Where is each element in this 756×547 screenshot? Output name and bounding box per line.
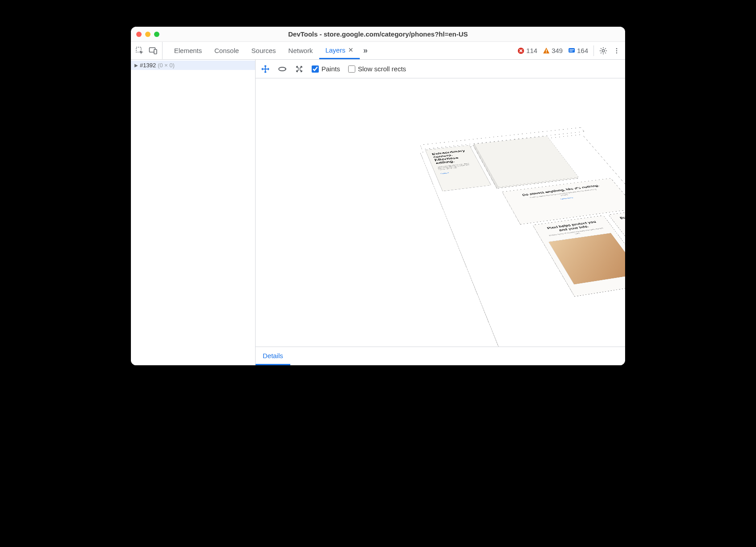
window-close-button[interactable] xyxy=(136,32,142,37)
info-icon xyxy=(568,47,575,54)
layers-main: Paints Slow scroll rects Extraordinary c… xyxy=(256,60,625,365)
pan-mode-icon[interactable] xyxy=(261,65,270,73)
layers-controls: Paints Slow scroll rects xyxy=(256,60,625,78)
window-titlebar: DevTools - store.google.com/category/pho… xyxy=(131,27,625,42)
svg-rect-6 xyxy=(569,48,575,53)
rotate-mode-icon[interactable] xyxy=(278,65,287,73)
slow-scroll-label: Slow scroll rects xyxy=(358,65,406,73)
tab-sources[interactable]: Sources xyxy=(245,42,282,59)
layers-3d-viewport[interactable]: Extraordinary camera. Effortless editing… xyxy=(256,78,625,347)
svg-point-13 xyxy=(279,67,286,71)
info-count-value: 164 xyxy=(577,47,588,54)
svg-point-11 xyxy=(616,50,618,51)
svg-point-10 xyxy=(616,48,618,49)
devtools-window: DevTools - store.google.com/category/pho… xyxy=(131,27,625,365)
svg-rect-5 xyxy=(546,52,547,53)
tab-label: Sources xyxy=(252,47,276,54)
paints-checkbox-input[interactable] xyxy=(312,65,319,73)
traffic-lights xyxy=(136,32,159,37)
layer-tree-item[interactable]: ▶ #1392 (0 × 0) xyxy=(131,61,255,70)
panel-tabs: Elements Console Sources Network Layers … xyxy=(168,42,371,59)
panel-body: ▶ #1392 (0 × 0) xyxy=(131,60,625,365)
tab-network[interactable]: Network xyxy=(282,42,319,59)
svg-rect-2 xyxy=(154,49,157,54)
info-count[interactable]: 164 xyxy=(568,47,588,54)
settings-icon[interactable] xyxy=(599,47,607,55)
inspect-element-icon[interactable] xyxy=(135,46,144,55)
slow-scroll-checkbox-input[interactable] xyxy=(348,65,355,73)
tab-label: Layers xyxy=(325,46,345,54)
warning-count-value: 349 xyxy=(552,47,563,54)
warning-icon xyxy=(543,47,550,54)
error-count-value: 114 xyxy=(526,47,537,54)
toolbar-separator xyxy=(593,45,594,56)
warning-count[interactable]: 349 xyxy=(543,47,563,54)
layers-tree[interactable]: ▶ #1392 (0 × 0) xyxy=(131,60,256,365)
svg-rect-7 xyxy=(569,49,574,50)
more-tabs-button[interactable]: » xyxy=(360,42,371,59)
layer-dims: (0 × 0) xyxy=(158,62,175,69)
svg-point-9 xyxy=(602,49,604,52)
svg-point-12 xyxy=(616,52,618,53)
window-minimize-button[interactable] xyxy=(145,32,150,37)
reset-view-icon[interactable] xyxy=(295,65,304,73)
layer-details-bar: Details xyxy=(256,347,625,365)
device-toolbar-icon[interactable] xyxy=(149,46,158,55)
layer-id: #1392 xyxy=(140,62,156,69)
tab-label: Elements xyxy=(174,47,202,54)
details-tab-label: Details xyxy=(263,352,283,359)
svg-rect-4 xyxy=(546,49,547,52)
error-icon xyxy=(517,47,524,54)
error-count[interactable]: 114 xyxy=(517,47,537,54)
tab-label: Network xyxy=(289,47,313,54)
paints-label: Paints xyxy=(321,65,340,73)
window-maximize-button[interactable] xyxy=(154,32,159,37)
paints-checkbox[interactable]: Paints xyxy=(312,65,340,73)
window-title: DevTools - store.google.com/category/pho… xyxy=(131,30,625,38)
tab-layers[interactable]: Layers ✕ xyxy=(319,42,360,59)
expand-caret-icon[interactable]: ▶ xyxy=(134,63,138,68)
tab-console[interactable]: Console xyxy=(208,42,245,59)
tab-elements[interactable]: Elements xyxy=(168,42,208,59)
slow-scroll-checkbox[interactable]: Slow scroll rects xyxy=(348,65,406,73)
more-options-icon[interactable] xyxy=(613,47,621,55)
svg-rect-8 xyxy=(569,51,573,51)
tab-label: Console xyxy=(215,47,239,54)
details-tab[interactable]: Details xyxy=(256,347,290,365)
devtools-toolbar: Elements Console Sources Network Layers … xyxy=(131,42,625,60)
close-icon[interactable]: ✕ xyxy=(348,46,354,53)
